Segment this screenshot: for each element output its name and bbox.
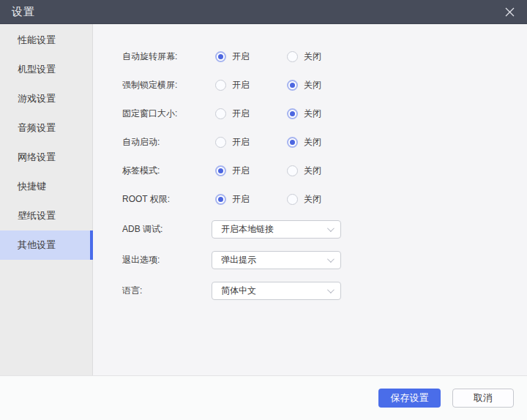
setting-row-language: 语言: 简体中文 <box>122 275 527 306</box>
radio-option-label: 开启 <box>232 136 250 149</box>
radio-option-on[interactable]: 开启 <box>215 79 287 91</box>
radio-option-on[interactable]: 开启 <box>215 136 287 149</box>
setting-label: ADB 调试: <box>122 223 212 236</box>
radio-selected-icon[interactable] <box>287 80 298 91</box>
radio-option-label: 关闭 <box>304 108 321 120</box>
sidebar-item-label: 性能设置 <box>18 34 56 47</box>
adb-debug-select[interactable]: 开启本地链接 <box>212 220 341 239</box>
setting-label: 标签模式: <box>122 165 215 177</box>
save-settings-button[interactable]: 保存设置 <box>378 389 441 408</box>
settings-panel-other: 自动旋转屏幕: 开启 关闭 强制锁定横屏: 开启 关闭 固定窗口 <box>93 24 527 375</box>
setting-row-exit-option: 退出选项: 弹出提示 <box>122 244 527 275</box>
setting-label: 退出选项: <box>122 254 212 266</box>
sidebar-item-label: 游戏设置 <box>18 92 56 105</box>
sidebar-item-label: 网络设置 <box>18 151 56 164</box>
close-button[interactable] <box>501 4 517 20</box>
selected-value: 简体中文 <box>221 285 256 297</box>
radio-unselected-icon[interactable] <box>287 194 298 205</box>
radio-option-label: 关闭 <box>304 136 321 149</box>
radio-option-off[interactable]: 关闭 <box>287 165 359 177</box>
radio-selected-icon[interactable] <box>287 108 298 119</box>
chevron-down-icon <box>327 286 334 293</box>
setting-row-tab-mode: 标签模式: 开启 关闭 <box>122 157 527 185</box>
language-select[interactable]: 简体中文 <box>212 282 341 300</box>
radio-unselected-icon[interactable] <box>287 51 298 62</box>
sidebar-item-performance[interactable]: 性能设置 <box>0 26 92 55</box>
radio-selected-icon[interactable] <box>287 137 298 148</box>
sidebar-item-label: 音频设置 <box>18 121 56 135</box>
settings-body: 性能设置 机型设置 游戏设置 音频设置 网络设置 快捷键 壁纸设置 其他设置 自… <box>0 24 527 375</box>
sidebar-item-shortcuts[interactable]: 快捷键 <box>0 172 92 201</box>
radio-option-label: 开启 <box>232 50 250 63</box>
sidebar: 性能设置 机型设置 游戏设置 音频设置 网络设置 快捷键 壁纸设置 其他设置 <box>0 24 93 375</box>
setting-label: 自动启动: <box>122 136 215 149</box>
radio-option-label: 关闭 <box>304 165 321 177</box>
radio-unselected-icon[interactable] <box>287 165 298 176</box>
radio-unselected-icon[interactable] <box>215 80 226 91</box>
setting-row-force-landscape: 强制锁定横屏: 开启 关闭 <box>122 71 527 100</box>
radio-option-off[interactable]: 关闭 <box>287 193 359 206</box>
radio-option-off[interactable]: 关闭 <box>287 136 359 149</box>
setting-label: 语言: <box>122 285 212 297</box>
footer-bar: 保存设置 取消 <box>0 375 527 420</box>
radio-option-on[interactable]: 开启 <box>215 193 287 206</box>
sidebar-item-label: 机型设置 <box>18 63 56 76</box>
sidebar-item-label: 壁纸设置 <box>18 209 56 222</box>
exit-option-select[interactable]: 弹出提示 <box>212 251 341 269</box>
radio-option-on[interactable]: 开启 <box>215 108 287 120</box>
radio-option-label: 开启 <box>232 165 250 177</box>
radio-option-off[interactable]: 关闭 <box>287 79 359 91</box>
sidebar-item-game[interactable]: 游戏设置 <box>0 84 92 113</box>
sidebar-item-device-model[interactable]: 机型设置 <box>0 55 92 84</box>
setting-label: 固定窗口大小: <box>122 108 215 120</box>
radio-option-label: 关闭 <box>304 50 321 63</box>
radio-option-on[interactable]: 开启 <box>215 50 287 63</box>
cancel-button[interactable]: 取消 <box>452 389 514 408</box>
radio-option-label: 开启 <box>232 79 250 91</box>
sidebar-item-network[interactable]: 网络设置 <box>0 143 92 172</box>
setting-label: ROOT 权限: <box>122 193 215 206</box>
radio-option-label: 关闭 <box>304 79 321 91</box>
setting-label: 强制锁定横屏: <box>122 79 215 91</box>
radio-selected-icon[interactable] <box>215 194 226 205</box>
radio-option-on[interactable]: 开启 <box>215 165 287 177</box>
close-icon <box>505 7 515 17</box>
selected-value: 弹出提示 <box>221 254 256 266</box>
radio-unselected-icon[interactable] <box>215 108 226 119</box>
chevron-down-icon <box>327 225 334 232</box>
titlebar: 设置 <box>0 0 527 24</box>
radio-unselected-icon[interactable] <box>215 137 226 148</box>
sidebar-item-other[interactable]: 其他设置 <box>0 230 92 260</box>
sidebar-item-label: 快捷键 <box>18 180 46 193</box>
sidebar-item-wallpaper[interactable]: 壁纸设置 <box>0 201 92 230</box>
setting-row-root-permission: ROOT 权限: 开启 关闭 <box>122 185 527 214</box>
radio-selected-icon[interactable] <box>215 165 226 176</box>
setting-row-auto-start: 自动启动: 开启 关闭 <box>122 128 527 157</box>
sidebar-item-label: 其他设置 <box>18 239 56 252</box>
setting-row-adb-debug: ADB 调试: 开启本地链接 <box>122 214 527 244</box>
radio-selected-icon[interactable] <box>215 51 226 62</box>
sidebar-item-audio[interactable]: 音频设置 <box>0 113 92 143</box>
radio-option-label: 开启 <box>232 193 250 206</box>
setting-label: 自动旋转屏幕: <box>122 50 215 63</box>
window-title: 设置 <box>12 5 35 19</box>
radio-option-off[interactable]: 关闭 <box>287 50 359 63</box>
radio-option-label: 开启 <box>232 108 250 120</box>
radio-option-off[interactable]: 关闭 <box>287 108 359 120</box>
setting-row-auto-rotate: 自动旋转屏幕: 开启 关闭 <box>122 42 527 71</box>
chevron-down-icon <box>327 255 334 263</box>
selected-value: 开启本地链接 <box>221 223 274 236</box>
radio-option-label: 关闭 <box>304 193 321 206</box>
setting-row-fixed-window-size: 固定窗口大小: 开启 关闭 <box>122 100 527 128</box>
